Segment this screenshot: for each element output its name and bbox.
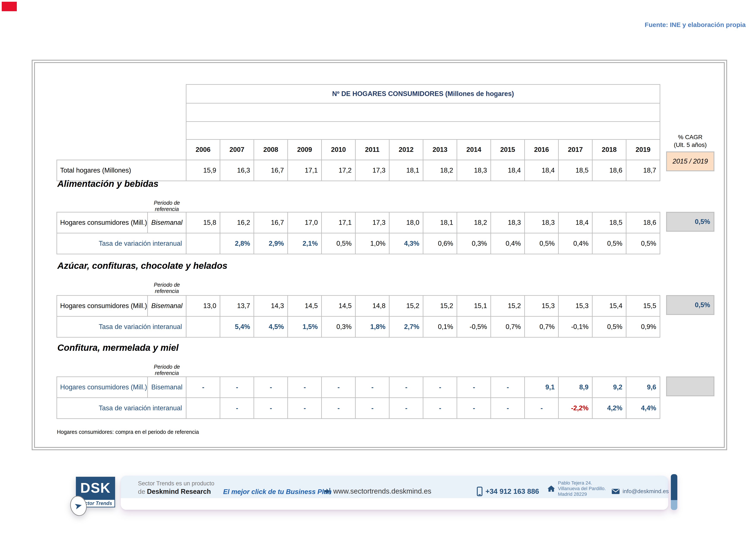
cagr-value-confitura bbox=[666, 377, 715, 396]
total-hogares-row: Total hogares (Millones) 15,916,316,717,… bbox=[57, 160, 660, 181]
total-hogares-value: 16,3 bbox=[220, 160, 254, 181]
periodo-referencia-label: Periodo de referencia bbox=[143, 364, 191, 376]
consumers-row: Hogares consumidores (Mill.) Bisemanal 1… bbox=[57, 296, 660, 317]
alimentacion-table: Hogares consumidores (Mill.) Bisemanal 1… bbox=[57, 212, 660, 254]
header-filler bbox=[57, 85, 186, 160]
section-heading-confitura: Confitura, mermelada y miel bbox=[57, 343, 179, 353]
consumers-value: - bbox=[322, 377, 356, 398]
consumers-row: Hogares consumidores (Mill.) Bisemanal -… bbox=[57, 377, 660, 398]
consumers-value: 15,2 bbox=[491, 296, 525, 317]
consumers-value: 18,3 bbox=[525, 212, 558, 233]
consumers-value: 17,0 bbox=[288, 212, 322, 233]
total-hogares-value: 17,2 bbox=[322, 160, 356, 181]
tasa-value: -2,2% bbox=[558, 398, 592, 419]
year-header: 2009 bbox=[288, 140, 322, 160]
footnote: Hogares consumidores: compra en el perio… bbox=[57, 429, 199, 435]
consumers-value: 18,6 bbox=[626, 212, 660, 233]
consumers-label: Hogares consumidores (Mill.) bbox=[57, 212, 148, 233]
title-row: Nº DE HOGARES CONSUMIDORES (Millones de … bbox=[57, 85, 660, 103]
tasa-value: 0,5% bbox=[626, 233, 660, 254]
report-page: { "fuente": "Fuente: INE y elaboración p… bbox=[0, 0, 756, 535]
consumers-value: 13,7 bbox=[220, 296, 254, 317]
consumers-value: 14,8 bbox=[356, 296, 389, 317]
consumers-value: - bbox=[491, 377, 525, 398]
year-header: 2011 bbox=[356, 140, 389, 160]
tasa-value: 0,5% bbox=[592, 233, 626, 254]
year-header: 2017 bbox=[558, 140, 592, 160]
year-header: 2010 bbox=[322, 140, 356, 160]
total-hogares-value: 18,1 bbox=[389, 160, 423, 181]
consumers-value: 15,2 bbox=[389, 296, 423, 317]
consumers-value: - bbox=[254, 377, 288, 398]
year-header: 2006 bbox=[186, 140, 220, 160]
tasa-value: 2,8% bbox=[220, 233, 254, 254]
tasa-value: 5,4% bbox=[220, 317, 254, 337]
tasa-value: 2,1% bbox=[288, 233, 322, 254]
source-note: Fuente: INE y elaboración propia bbox=[645, 21, 746, 28]
tasa-value: 0,6% bbox=[423, 233, 457, 254]
consumers-value: 15,4 bbox=[592, 296, 626, 317]
footer-product-de: de bbox=[138, 488, 147, 495]
tasa-row: Tasa de variación interanual -----------… bbox=[57, 398, 660, 419]
tasa-row: Tasa de variación interanual 5,4%4,5%1,5… bbox=[57, 317, 660, 337]
consumers-label: Hogares consumidores (Mill.) bbox=[57, 296, 148, 317]
consumers-value: 9,6 bbox=[626, 377, 660, 398]
tasa-value: 0,4% bbox=[491, 233, 525, 254]
envelope-icon bbox=[612, 489, 620, 494]
cagr-header-line2: (Ult. 5 años) bbox=[664, 141, 716, 149]
year-header: 2016 bbox=[525, 140, 558, 160]
tasa-value: - bbox=[457, 398, 491, 419]
phone-icon bbox=[477, 487, 482, 496]
table-title: Nº DE HOGARES CONSUMIDORES (Millones de … bbox=[186, 85, 660, 103]
periodo-referencia-label: Periodo de referencia bbox=[143, 200, 191, 212]
tasa-value: 4,4% bbox=[626, 398, 660, 419]
footer-email-address: info@deskmind.es bbox=[623, 488, 669, 495]
total-hogares-value: 15,9 bbox=[186, 160, 220, 181]
footer-company-name: Deskmind Research bbox=[147, 488, 211, 495]
confitura-table: Hogares consumidores (Mill.) Bisemanal -… bbox=[57, 377, 660, 419]
tasa-value: 1,5% bbox=[288, 317, 322, 337]
footer-email[interactable]: info@deskmind.es bbox=[612, 488, 669, 495]
consumers-value: 9,1 bbox=[525, 377, 558, 398]
tasa-value: - bbox=[220, 398, 254, 419]
year-header: 2019 bbox=[626, 140, 660, 160]
consumers-value: 15,2 bbox=[423, 296, 457, 317]
tasa-row: Tasa de variación interanual 2,8%2,9%2,1… bbox=[57, 233, 660, 254]
section-heading-azucar: Azúcar, confituras, chocolate y helados bbox=[57, 261, 228, 271]
footer-product-text: Sector Trends es un producto de Deskmind… bbox=[138, 480, 214, 495]
tasa-value: 0,9% bbox=[626, 317, 660, 337]
tasa-value: - bbox=[254, 398, 288, 419]
tasa-value: 0,5% bbox=[525, 233, 558, 254]
year-header: 2007 bbox=[220, 140, 254, 160]
tasa-value: - bbox=[322, 398, 356, 419]
tasa-value: - bbox=[288, 398, 322, 419]
year-header: 2015 bbox=[491, 140, 525, 160]
footer-end-bar bbox=[671, 474, 677, 510]
consumers-value: - bbox=[186, 377, 220, 398]
cagr-header-line1: % CAGR bbox=[664, 133, 716, 141]
section-heading-alimentacion: Alimentación y bebidas bbox=[57, 179, 158, 189]
footer-address-line3: Madrid 28229 bbox=[558, 492, 606, 497]
total-hogares-value: 17,3 bbox=[356, 160, 389, 181]
tasa-value: -0,5% bbox=[457, 317, 491, 337]
consumers-value: 14,5 bbox=[288, 296, 322, 317]
consumers-value: 18,0 bbox=[389, 212, 423, 233]
consumers-value: 9,2 bbox=[592, 377, 626, 398]
footer-phone[interactable]: +34 912 163 886 bbox=[477, 487, 539, 496]
red-corner-mark bbox=[2, 2, 17, 11]
tasa-label: Tasa de variación interanual bbox=[57, 317, 186, 337]
tasa-value: 4,3% bbox=[389, 233, 423, 254]
header-table: Nº DE HOGARES CONSUMIDORES (Millones de … bbox=[57, 84, 660, 181]
tasa-value: 0,5% bbox=[592, 317, 626, 337]
consumers-value: 17,3 bbox=[356, 212, 389, 233]
tasa-label: Tasa de variación interanual bbox=[57, 398, 186, 419]
tasa-value: 1,0% bbox=[356, 233, 389, 254]
consumers-value: 15,1 bbox=[457, 296, 491, 317]
tasa-value: 0,3% bbox=[457, 233, 491, 254]
consumers-value: 15,8 bbox=[186, 212, 220, 233]
footer-address-line2: Villanueva del Pardillo. bbox=[558, 486, 606, 492]
footer-website[interactable]: www.sectortrends.deskmind.es bbox=[324, 487, 431, 495]
tasa-value: 2,7% bbox=[389, 317, 423, 337]
consumers-value: 17,1 bbox=[322, 212, 356, 233]
year-header: 2012 bbox=[389, 140, 423, 160]
